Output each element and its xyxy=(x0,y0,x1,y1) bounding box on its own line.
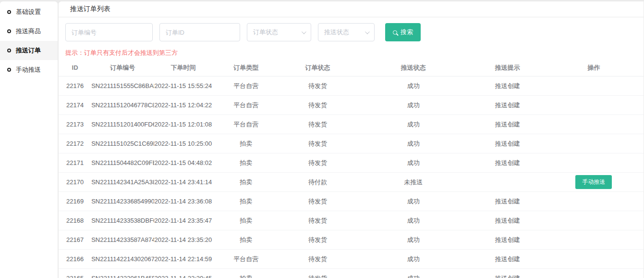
order-no-cell: SN2211142341A25A38 xyxy=(91,178,154,186)
order-time-cell: 2022-11-14 23:41:14 xyxy=(154,178,213,186)
order-status-cell: 待发货 xyxy=(279,216,355,225)
order-status-cell: 待付款 xyxy=(279,178,355,187)
order-time-cell: 2022-11-14 23:36:08 xyxy=(154,198,213,205)
order-id-cell: 22165 xyxy=(59,275,91,278)
page-title-bar: 推送订单列表 xyxy=(59,1,644,17)
order-no-cell: SN221114233587A874 xyxy=(91,236,154,243)
app-window: 基础设置推送商品推送订单手动推送 推送订单列表 订单状态 推送状态 搜索 提示：… xyxy=(0,0,644,278)
sidebar-item-label: 手动推送 xyxy=(16,65,41,74)
sidebar-item-manual-push[interactable]: 手动推送 xyxy=(0,60,58,79)
push-tip-cell: 推送创建 xyxy=(471,101,544,110)
push-tip-cell: 推送创建 xyxy=(471,159,544,167)
push-tip-cell: 推送创建 xyxy=(471,236,544,244)
order-no-cell: SN2211151555C86BAE xyxy=(91,82,154,89)
push-status-cell: 成功 xyxy=(356,197,471,206)
order-time-cell: 2022-11-15 15:55:24 xyxy=(154,82,213,89)
push-status-select[interactable]: 推送状态 xyxy=(318,23,375,41)
push-status-cell: 成功 xyxy=(356,159,471,167)
sidebar-item-push-orders[interactable]: 推送订单 xyxy=(0,41,58,60)
page-title: 推送订单列表 xyxy=(70,5,110,13)
filter-bar: 订单状态 推送状态 搜索 xyxy=(65,23,644,41)
order-time-cell: 2022-11-14 23:35:47 xyxy=(154,217,213,224)
column-header: ID xyxy=(59,64,91,71)
column-header: 操作 xyxy=(544,63,644,72)
main-content: 推送订单列表 订单状态 推送状态 搜索 提示：订单只有支付后才会推送到第三方 I… xyxy=(59,1,644,278)
order-no-cell: SN2211142214302067 xyxy=(91,255,154,263)
order-status-cell: 待发货 xyxy=(279,236,355,244)
search-icon xyxy=(393,30,397,35)
manual-push-button[interactable]: 手动推送 xyxy=(575,175,612,189)
table-row: 22176SN2211151555C86BAE2022-11-15 15:55:… xyxy=(59,76,644,96)
order-id-cell: 22174 xyxy=(59,101,91,109)
order-type-cell: 拍卖 xyxy=(212,197,279,206)
push-tip-cell: 推送创建 xyxy=(471,197,544,206)
push-status-cell: 成功 xyxy=(356,236,471,244)
column-header: 推送提示 xyxy=(471,63,544,72)
push-tip-cell: 推送创建 xyxy=(471,216,544,225)
chevron-down-icon xyxy=(302,29,306,34)
push-tip-cell: 推送创建 xyxy=(471,139,544,148)
order-no-cell: SN221114233538DBF6 xyxy=(91,217,154,224)
order-type-cell: 拍卖 xyxy=(212,139,279,148)
order-time-cell: 2022-11-15 12:01:08 xyxy=(154,121,213,128)
column-header: 订单编号 xyxy=(91,63,154,72)
order-type-cell: 拍卖 xyxy=(212,236,279,244)
table-row: 22170SN2211142341A25A382022-11-14 23:41:… xyxy=(59,173,644,192)
order-time-cell: 2022-11-14 22:20:45 xyxy=(154,275,213,278)
order-id-cell: 22168 xyxy=(59,217,91,224)
sidebar-item-label: 基础设置 xyxy=(16,8,41,16)
payment-hint-text: 提示：订单只有支付后才会推送到第三方 xyxy=(65,49,644,57)
push-tip-cell: 推送创建 xyxy=(471,255,544,264)
order-no-cell: SN2211151201400FD6 xyxy=(91,121,154,128)
order-no-cell: SN2211142336854990 xyxy=(91,198,154,205)
order-time-cell: 2022-11-15 04:48:02 xyxy=(154,159,213,166)
sidebar-item-push-products[interactable]: 推送商品 xyxy=(0,22,58,41)
order-id-cell: 22171 xyxy=(59,159,91,166)
push-status-cell: 成功 xyxy=(356,139,471,148)
order-no-cell: SN2211151025C1C69B xyxy=(91,140,154,147)
order-type-cell: 平台自营 xyxy=(212,120,279,129)
push-status-cell: 成功 xyxy=(356,120,471,129)
sidebar-item-basic-settings[interactable]: 基础设置 xyxy=(0,2,58,22)
column-header: 推送状态 xyxy=(356,63,471,72)
column-header: 订单类型 xyxy=(212,63,279,72)
column-header: 下单时间 xyxy=(154,63,213,72)
order-status-cell: 待发货 xyxy=(279,120,355,129)
table-row: 22166SN22111422143020672022-11-14 22:14:… xyxy=(59,250,644,269)
order-id-cell: 22166 xyxy=(59,255,91,263)
search-button[interactable]: 搜索 xyxy=(385,23,421,41)
order-no-input[interactable] xyxy=(65,23,153,41)
order-status-select[interactable]: 订单状态 xyxy=(247,23,311,41)
order-id-input[interactable] xyxy=(159,23,240,41)
table-body: 22176SN2211151555C86BAE2022-11-15 15:55:… xyxy=(59,76,644,278)
push-status-cell: 成功 xyxy=(356,82,471,90)
push-status-select-placeholder: 推送状态 xyxy=(324,28,349,37)
order-no-cell: SN22111512046778C8 xyxy=(91,101,154,109)
order-status-cell: 待发货 xyxy=(279,197,355,206)
table-row: 22169SN22111423368549902022-11-14 23:36:… xyxy=(59,192,644,211)
circle-icon xyxy=(7,49,11,52)
table-row: 22167SN221114233587A8742022-11-14 23:35:… xyxy=(59,230,644,250)
order-time-cell: 2022-11-14 23:35:20 xyxy=(154,236,213,243)
order-id-cell: 22172 xyxy=(59,140,91,147)
order-id-cell: 22169 xyxy=(59,198,91,205)
push-tip-cell: 推送创建 xyxy=(471,120,544,129)
order-status-cell: 待发货 xyxy=(279,82,355,90)
push-status-cell: 成功 xyxy=(356,274,471,278)
order-no-cell: SN22111504482C09FB xyxy=(91,159,154,166)
table-row: 22173SN2211151201400FD62022-11-15 12:01:… xyxy=(59,115,644,134)
order-type-cell: 平台自营 xyxy=(212,82,279,90)
table-row: 22172SN2211151025C1C69B2022-11-15 10:25:… xyxy=(59,134,644,153)
order-status-cell: 待发货 xyxy=(279,255,355,264)
table-row: 22165SN221114222061B45E42022-11-14 22:20… xyxy=(59,269,644,278)
column-header: 订单状态 xyxy=(279,63,355,72)
sidebar-item-label: 推送订单 xyxy=(16,46,41,55)
order-id-cell: 22176 xyxy=(59,82,91,89)
circle-icon xyxy=(7,10,11,14)
order-type-cell: 拍卖 xyxy=(212,178,279,187)
push-status-cell: 成功 xyxy=(356,101,471,110)
order-time-cell: 2022-11-14 22:14:59 xyxy=(154,255,213,263)
push-status-cell: 成功 xyxy=(356,216,471,225)
order-time-cell: 2022-11-15 10:25:00 xyxy=(154,140,213,147)
push-tip-cell: 推送创建 xyxy=(471,274,544,278)
